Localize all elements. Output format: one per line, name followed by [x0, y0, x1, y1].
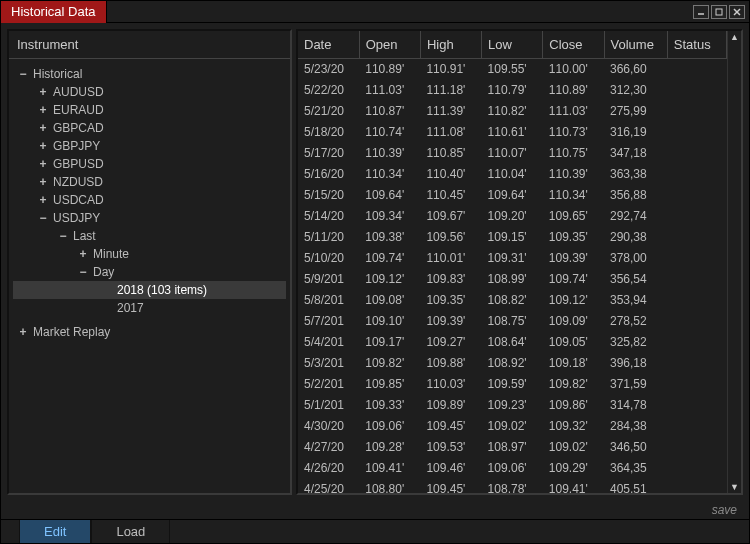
table-row[interactable]: 5/8/201109.08'109.35'108.82'109.12'353,9… [298, 290, 727, 311]
table-cell: 108.64' [482, 332, 543, 353]
table-cell: 109.67' [420, 206, 481, 227]
tree-node-day[interactable]: −Day [13, 263, 286, 281]
table-cell: 109.31' [482, 248, 543, 269]
table-row[interactable]: 4/30/20109.06'109.45'109.02'109.32'284,3… [298, 416, 727, 437]
maximize-button[interactable] [711, 5, 727, 19]
table-cell: 5/18/20 [298, 122, 359, 143]
table-row[interactable]: 5/4/201109.17'109.27'108.64'109.05'325,8… [298, 332, 727, 353]
table-row[interactable]: 4/27/20109.28'109.53'108.97'109.02'346,5… [298, 437, 727, 458]
tree-node-gbpjpy[interactable]: +GBPJPY [13, 137, 286, 155]
table-cell: 109.55' [482, 59, 543, 80]
table-cell: 364,35 [604, 458, 667, 479]
table-cell: 111.08' [420, 122, 481, 143]
table-row[interactable]: 5/7/201109.10'109.39'108.75'109.09'278,5… [298, 311, 727, 332]
table-row[interactable]: 4/26/20109.41'109.46'109.06'109.29'364,3… [298, 458, 727, 479]
table-row[interactable]: 5/16/20110.34'110.40'110.04'110.39'363,3… [298, 164, 727, 185]
table-row[interactable]: 5/11/20109.38'109.56'109.15'109.35'290,3… [298, 227, 727, 248]
table-cell: 109.17' [359, 332, 420, 353]
table-cell [667, 416, 726, 437]
table-cell: 109.10' [359, 311, 420, 332]
tree-node-gbpcad[interactable]: +GBPCAD [13, 119, 286, 137]
tree-node-minute[interactable]: +Minute [13, 245, 286, 263]
table-row[interactable]: 5/15/20109.64'110.45'109.64'110.34'356,8… [298, 185, 727, 206]
tree-node-last[interactable]: −Last [13, 227, 286, 245]
table-header-row: Date Open High Low Close Volume Status [298, 31, 727, 59]
tree-header: Instrument [9, 31, 290, 59]
table-cell: 108.99' [482, 269, 543, 290]
table-row[interactable]: 5/9/201109.12'109.83'108.99'109.74'356,5… [298, 269, 727, 290]
table-cell [667, 80, 726, 101]
col-open[interactable]: Open [359, 31, 420, 59]
tree-node-gbpusd[interactable]: +GBPUSD [13, 155, 286, 173]
table-row[interactable]: 5/18/20110.74'111.08'110.61'110.73'316,1… [298, 122, 727, 143]
table-row[interactable]: 5/2/201109.85'110.03'109.59'109.82'371,5… [298, 374, 727, 395]
table-cell: 347,18 [604, 143, 667, 164]
table-cell [667, 458, 726, 479]
table-cell: 5/4/201 [298, 332, 359, 353]
table-cell: 109.15' [482, 227, 543, 248]
expand-icon: + [37, 193, 49, 207]
col-close[interactable]: Close [543, 31, 604, 59]
table-row[interactable]: 5/22/20111.03'111.18'110.79'110.89'312,3… [298, 80, 727, 101]
table-cell: 109.18' [543, 353, 604, 374]
table-cell: 110.07' [482, 143, 543, 164]
tree-node-audusd[interactable]: +AUDUSD [13, 83, 286, 101]
table-row[interactable]: 5/3/201109.82'109.88'108.92'109.18'396,1… [298, 353, 727, 374]
table-cell: 109.53' [420, 437, 481, 458]
tree-body[interactable]: −Historical +AUDUSD +EURAUD +GBPCAD +GBP… [9, 59, 290, 493]
table-cell: 356,88 [604, 185, 667, 206]
vertical-scrollbar[interactable]: ▲ ▼ [727, 31, 741, 493]
table-cell: 110.34' [543, 185, 604, 206]
table-cell: 4/26/20 [298, 458, 359, 479]
minimize-button[interactable] [693, 5, 709, 19]
tree-node-usdcad[interactable]: +USDCAD [13, 191, 286, 209]
expand-icon: + [37, 103, 49, 117]
tab-edit[interactable]: Edit [19, 520, 91, 543]
expand-icon: + [37, 121, 49, 135]
table-row[interactable]: 5/14/20109.34'109.67'109.20'109.65'292,7… [298, 206, 727, 227]
table-cell [667, 59, 726, 80]
table-cell: 109.64' [482, 185, 543, 206]
tree-node-nzdusd[interactable]: +NZDUSD [13, 173, 286, 191]
table-row[interactable]: 5/1/201109.33'109.89'109.23'109.86'314,7… [298, 395, 727, 416]
tree-node-2017[interactable]: 2017 [13, 299, 286, 317]
table-row[interactable]: 5/23/20110.89'110.91'109.55'110.00'366,6… [298, 59, 727, 80]
col-status[interactable]: Status [667, 31, 726, 59]
tab-load[interactable]: Load [91, 520, 170, 543]
table-row[interactable]: 5/21/20110.87'111.39'110.82'111.03'275,9… [298, 101, 727, 122]
table-cell: 109.39' [543, 248, 604, 269]
table-cell: 109.85' [359, 374, 420, 395]
table-row[interactable]: 5/10/20109.74'110.01'109.31'109.39'378,0… [298, 248, 727, 269]
tree-node-historical[interactable]: −Historical [13, 65, 286, 83]
table-cell: 110.40' [420, 164, 481, 185]
tree-node-usdjpy[interactable]: −USDJPY [13, 209, 286, 227]
table-cell: 109.02' [482, 416, 543, 437]
col-volume[interactable]: Volume [604, 31, 667, 59]
close-button[interactable] [729, 5, 745, 19]
table-cell: 110.87' [359, 101, 420, 122]
table-row[interactable]: 4/25/20108.80'109.45'108.78'109.41'405,5… [298, 479, 727, 494]
table-cell: 5/22/20 [298, 80, 359, 101]
footer-tabs: Edit Load [1, 519, 749, 543]
tree-node-market-replay[interactable]: +Market Replay [13, 323, 286, 341]
table-cell [667, 185, 726, 206]
table-cell: 5/15/20 [298, 185, 359, 206]
table-cell [667, 227, 726, 248]
tree-node-2018[interactable]: 2018 (103 items) [13, 281, 286, 299]
tree-node-euraud[interactable]: +EURAUD [13, 101, 286, 119]
table-cell: 111.03' [543, 101, 604, 122]
table-cell: 110.82' [482, 101, 543, 122]
table-row[interactable]: 5/17/20110.39'110.85'110.07'110.75'347,1… [298, 143, 727, 164]
col-high[interactable]: High [420, 31, 481, 59]
table-cell: 110.61' [482, 122, 543, 143]
table-scroll: Date Open High Low Close Volume Status 5… [298, 31, 727, 493]
col-low[interactable]: Low [482, 31, 543, 59]
scroll-up-icon[interactable]: ▲ [729, 31, 741, 43]
table-cell: 110.79' [482, 80, 543, 101]
table-cell: 109.64' [359, 185, 420, 206]
table-cell [667, 143, 726, 164]
table-cell: 109.12' [359, 269, 420, 290]
scroll-down-icon[interactable]: ▼ [729, 481, 741, 493]
col-date[interactable]: Date [298, 31, 359, 59]
save-hint[interactable]: save [1, 501, 749, 519]
